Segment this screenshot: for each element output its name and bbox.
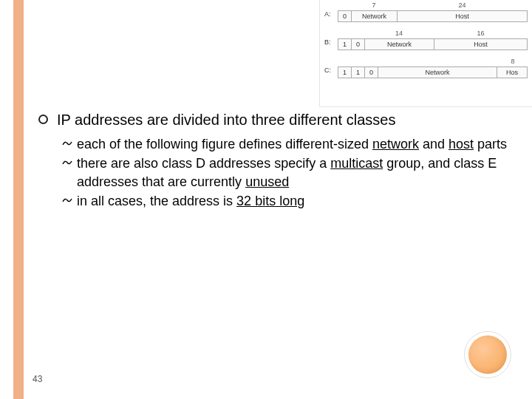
class-b-top-right: 16 <box>434 30 528 37</box>
class-c-body: 1 1 0 Network Hos <box>338 66 528 78</box>
class-b-top: 14 16 <box>338 28 528 38</box>
tilde-bullet-icon <box>62 157 72 169</box>
accent-circle <box>468 335 507 374</box>
tilde-bullet-icon <box>62 195 72 207</box>
class-a-group: A: 7 24 0 Network Host <box>338 0 528 22</box>
tilde-bullet-icon <box>62 138 72 150</box>
class-b-bit1: 1 <box>338 39 352 50</box>
ip-class-diagram: A: 7 24 0 Network Host B: 14 <box>319 0 532 107</box>
class-b-bit2: 0 <box>352 39 365 50</box>
main-bullet-text: IP addresses are divided into three diff… <box>57 111 395 129</box>
class-b-group: B: 14 16 1 0 Network Host <box>338 28 528 50</box>
class-a-host: Host <box>398 11 527 21</box>
left-accent-bar <box>13 0 24 399</box>
class-a-network: Network <box>352 11 398 21</box>
main-bullet-row: IP addresses are divided into three diff… <box>38 111 510 129</box>
class-a-bit0: 0 <box>338 11 352 21</box>
class-b-network: Network <box>365 39 434 50</box>
class-a-label: A: <box>324 10 331 18</box>
class-c-top: 8 <box>338 56 528 66</box>
sub-bullet-list: each of the following figure defines dif… <box>62 135 510 210</box>
sub-text: each of the following figure defines dif… <box>77 135 507 153</box>
sub-item: there are also class D addresses specify… <box>62 154 510 191</box>
class-a-body: 0 Network Host <box>338 10 528 22</box>
diagram-inner: A: 7 24 0 Network Host B: 14 <box>320 0 532 78</box>
slide: A: 7 24 0 Network Host B: 14 <box>0 0 532 399</box>
sub-item: in all cases, the address is 32 bits lon… <box>62 192 510 210</box>
class-c-label: C: <box>324 66 331 74</box>
class-c-top-right: 8 <box>498 58 528 65</box>
class-a-top: 7 24 <box>338 0 528 10</box>
class-b-top-left: 14 <box>364 30 434 37</box>
class-b-body: 1 0 Network Host <box>338 38 528 50</box>
class-a-top-right: 24 <box>397 1 528 9</box>
class-c-group: C: 8 1 1 0 Network Hos <box>338 56 528 78</box>
sub-item: each of the following figure defines dif… <box>62 135 510 153</box>
class-a-top-left: 7 <box>351 1 397 9</box>
sub-text: there are also class D addresses specify… <box>77 154 510 191</box>
class-c-bit3: 0 <box>365 67 378 78</box>
sub-text: in all cases, the address is 32 bits lon… <box>77 192 304 210</box>
class-c-network: Network <box>378 67 497 78</box>
class-c-host: Hos <box>497 67 527 78</box>
ring-bullet-icon <box>38 115 48 124</box>
content-area: IP addresses are divided into three diff… <box>38 111 510 211</box>
page-number: 43 <box>33 374 42 384</box>
class-c-bit1: 1 <box>338 67 352 78</box>
class-c-bit2: 1 <box>352 67 365 78</box>
class-b-host: Host <box>434 39 527 50</box>
class-b-label: B: <box>324 38 331 46</box>
